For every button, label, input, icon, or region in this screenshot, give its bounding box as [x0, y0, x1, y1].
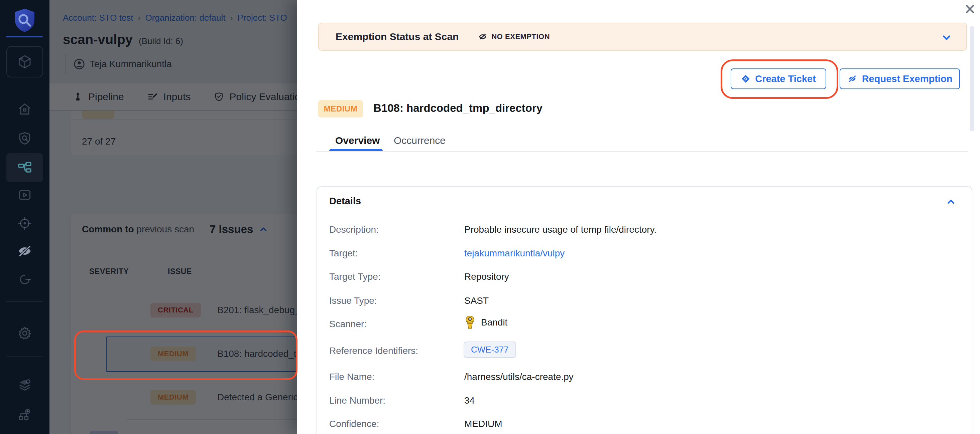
- close-icon[interactable]: [964, 3, 976, 15]
- details-collapse-chevron-up-icon[interactable]: [946, 196, 956, 207]
- field-value-scanner: Bandit: [464, 315, 508, 329]
- field-label: Scanner:: [329, 319, 367, 329]
- details-card: Details Description: Probable insecure u…: [317, 186, 972, 434]
- project-layers-settings-icon[interactable]: [0, 378, 49, 393]
- cwe-chip[interactable]: CWE-377: [464, 342, 516, 358]
- field-value-confidence: MEDIUM: [464, 419, 503, 429]
- request-exemption-label: Request Exemption: [862, 73, 953, 84]
- shield-search-icon[interactable]: [0, 131, 49, 146]
- tab-divider: [317, 151, 968, 152]
- sidebar-divider: [6, 36, 43, 37]
- field-label: Confidence:: [329, 419, 379, 429]
- eye-off-icon: [478, 32, 487, 41]
- get-started-power-icon[interactable]: [0, 272, 49, 287]
- org-settings-icon[interactable]: [0, 407, 49, 422]
- create-ticket-label: Create Ticket: [755, 73, 816, 84]
- field-label: File Name:: [329, 372, 374, 382]
- harness-sto-logo-icon[interactable]: [0, 8, 49, 33]
- pipelines-icon[interactable]: [0, 160, 49, 176]
- settings-gear-icon[interactable]: [0, 325, 49, 341]
- field-label: Reference Identifiers:: [329, 345, 418, 356]
- tab-overview[interactable]: Overview: [335, 135, 380, 146]
- home-icon[interactable]: [0, 102, 49, 117]
- issue-title: B108: hardcoded_tmp_directory: [373, 102, 542, 114]
- field-value-issue-type: SAST: [464, 295, 488, 306]
- banner-title: Exemption Status at Scan: [336, 31, 458, 43]
- test-targets-icon[interactable]: [0, 215, 49, 231]
- field-label: Issue Type:: [329, 295, 377, 306]
- issue-detail-drawer: Exemption Status at Scan NO EXEMPTION Cr…: [297, 0, 980, 434]
- create-ticket-button[interactable]: Create Ticket: [731, 68, 826, 89]
- eye-off-icon: [847, 74, 858, 84]
- field-value-reference: CWE-377: [464, 342, 516, 358]
- field-value-target-link[interactable]: tejakummarikuntla/vulpy: [464, 248, 565, 259]
- executions-icon[interactable]: [0, 188, 49, 202]
- request-exemption-button[interactable]: Request Exemption: [840, 68, 960, 89]
- field-label: Target Type:: [329, 271, 381, 282]
- field-label: Description:: [329, 224, 379, 235]
- bandit-scanner-icon: [464, 315, 476, 329]
- field-value-description: Probable insecure usage of temp file/dir…: [464, 224, 657, 235]
- tab-occurrence[interactable]: Occurrence: [394, 135, 445, 146]
- exemptions-eye-off-icon[interactable]: [0, 243, 49, 259]
- field-label: Line Number:: [329, 395, 385, 406]
- field-label: Target:: [329, 248, 358, 259]
- banner-chevron-down-icon[interactable]: [941, 32, 952, 43]
- field-value-target-type: Repository: [464, 271, 509, 282]
- left-nav-sidebar: [0, 0, 49, 434]
- exemption-status: NO EXEMPTION: [478, 32, 550, 41]
- nav-divider: [6, 301, 43, 302]
- scrollbar-thumb[interactable]: [970, 26, 974, 131]
- field-value-file-name: /harness/utils/ca-create.py: [464, 372, 574, 382]
- jira-diamond-icon: [741, 74, 750, 84]
- exemption-status-label: NO EXEMPTION: [492, 32, 550, 41]
- scanner-name: Bandit: [481, 317, 508, 328]
- severity-badge-medium: MEDIUM: [318, 100, 363, 117]
- exemption-status-banner: Exemption Status at Scan NO EXEMPTION: [318, 23, 967, 51]
- nav-divider: [6, 356, 43, 356]
- module-selector-cube-icon[interactable]: [6, 46, 43, 78]
- field-value-line-number: 34: [464, 395, 475, 406]
- details-card-title: Details: [329, 196, 361, 207]
